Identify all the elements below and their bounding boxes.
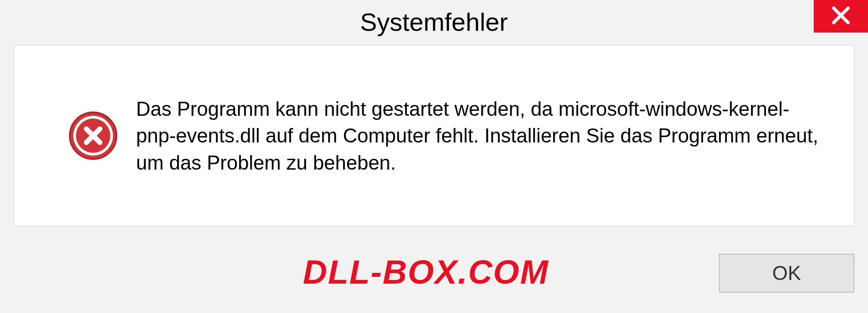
close-icon bbox=[831, 5, 851, 27]
content-panel: Das Programm kann nicht gestartet werden… bbox=[14, 45, 854, 226]
error-dialog: Systemfehler Das Programm kann nicht ges… bbox=[0, 0, 868, 313]
dialog-title: Systemfehler bbox=[360, 7, 508, 37]
dialog-footer: DLL-BOX.COM OK bbox=[14, 246, 854, 300]
ok-button-label: OK bbox=[772, 262, 801, 285]
close-button[interactable] bbox=[814, 0, 868, 33]
error-message: Das Programm kann nicht gestartet werden… bbox=[136, 95, 822, 176]
error-icon bbox=[68, 111, 118, 161]
titlebar: Systemfehler bbox=[0, 0, 868, 43]
ok-button[interactable]: OK bbox=[719, 254, 854, 293]
watermark-text: DLL-BOX.COM bbox=[303, 253, 549, 291]
